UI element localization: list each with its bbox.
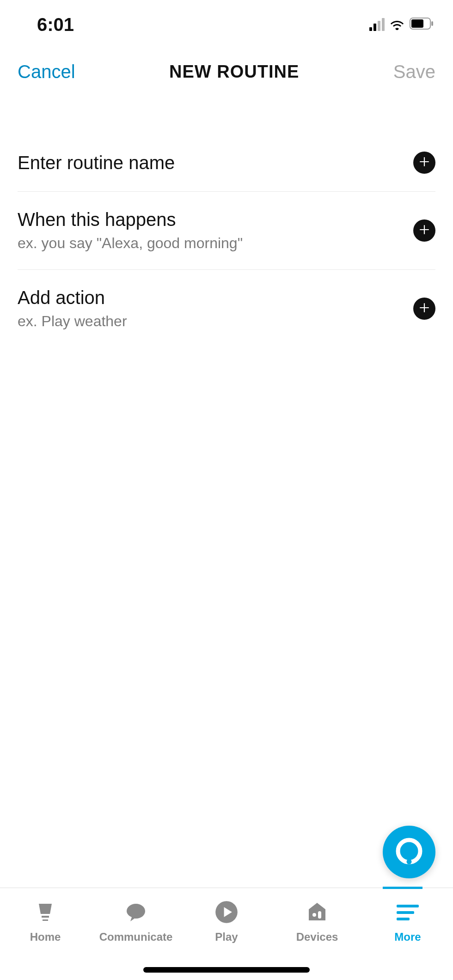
svg-rect-10 (397, 905, 419, 907)
svg-point-4 (407, 859, 412, 864)
svg-rect-12 (397, 918, 410, 920)
svg-point-3 (398, 840, 420, 862)
add-action-button[interactable] (413, 298, 435, 320)
tab-play-label: Play (215, 931, 238, 943)
header: Cancel NEW ROUTINE Save (0, 37, 453, 88)
tab-more-label: More (394, 931, 421, 943)
devices-icon (304, 899, 330, 925)
tab-communicate-label: Communicate (99, 931, 173, 943)
play-icon (214, 899, 239, 925)
plus-icon (418, 224, 430, 237)
trigger-example: ex. you say "Alexa, good morning" (18, 235, 243, 252)
battery-icon (410, 18, 435, 31)
status-bar: 6:01 (0, 0, 453, 37)
tab-more[interactable]: More (366, 899, 449, 980)
svg-rect-9 (318, 911, 321, 919)
svg-rect-1 (411, 19, 423, 28)
when-this-happens-row[interactable]: When this happens ex. you say "Alexa, go… (18, 192, 435, 270)
svg-rect-11 (397, 911, 414, 914)
communicate-icon (123, 899, 149, 925)
routine-name-label: Enter routine name (18, 152, 175, 173)
wifi-icon (389, 17, 405, 32)
tab-home[interactable]: Home (4, 899, 87, 980)
tab-home-label: Home (30, 931, 61, 943)
content: Enter routine name When this happens ex.… (0, 88, 453, 347)
add-action-row[interactable]: Add action ex. Play weather (18, 270, 435, 347)
alexa-icon (395, 837, 423, 867)
plus-icon (418, 302, 430, 316)
svg-rect-5 (42, 916, 49, 918)
tab-devices-label: Devices (296, 931, 338, 943)
cellular-icon (369, 18, 385, 31)
enter-routine-name-row[interactable]: Enter routine name (18, 134, 435, 192)
home-icon (32, 899, 58, 925)
save-button[interactable]: Save (393, 61, 435, 82)
trigger-label: When this happens (18, 209, 243, 230)
svg-rect-2 (431, 21, 433, 26)
more-icon (395, 899, 421, 925)
status-time: 6:01 (37, 14, 74, 35)
add-routine-name-button[interactable] (413, 152, 435, 174)
active-tab-indicator (383, 887, 422, 889)
cancel-button[interactable]: Cancel (18, 61, 75, 82)
svg-rect-6 (43, 919, 48, 921)
status-icons (369, 17, 435, 32)
plus-icon (418, 156, 430, 170)
action-example: ex. Play weather (18, 313, 127, 330)
page-title: NEW ROUTINE (169, 62, 299, 82)
tab-bar: Home Communicate Play Devices More (0, 888, 453, 980)
action-label: Add action (18, 287, 127, 308)
alexa-voice-button[interactable] (383, 826, 435, 878)
home-indicator[interactable] (143, 967, 310, 973)
svg-point-8 (312, 913, 316, 917)
add-trigger-button[interactable] (413, 219, 435, 242)
